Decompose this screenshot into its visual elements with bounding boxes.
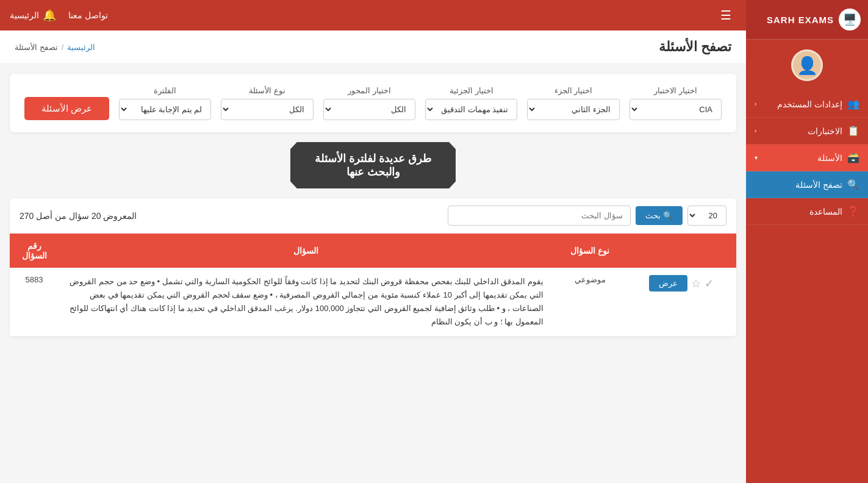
sidebar-label-questions: الأسئلة (762, 153, 842, 163)
exams-icon: 📋 (847, 125, 859, 137)
callout-line1: طرق عديدة لفلترة الأسئلة (315, 152, 431, 165)
filter-group-filter: الفلترة لم يتم الإجابة عليها (119, 86, 211, 120)
search-button[interactable]: 🔍 بحث (636, 206, 683, 225)
filter-label-part: اختيار الجزء (527, 86, 619, 95)
row-actions-cell: ✓ ☆ عرض (626, 268, 736, 337)
hamburger-icon[interactable]: ☰ (716, 5, 736, 25)
breadcrumb-bar: تصفح الأسئلة الرئيسية / تصفح الأسئلة (0, 30, 746, 64)
table-body: ✓ ☆ عرض موضوعي يقوم المدقق الداخلي للبنك… (10, 268, 736, 337)
search-row: 20 10 50 100 🔍 بحث (448, 206, 726, 226)
filter-row: اختيار الاختبار CIA اختيار الجزء الجزء ا… (24, 86, 722, 120)
filter-select-subpart[interactable]: تنفيذ مهمات التدقيق (425, 99, 517, 120)
callout-wrapper: طرق عديدة لفلترة الأسئلة والبحث عنها (10, 142, 736, 188)
check-icon[interactable]: ✓ (705, 277, 714, 290)
filter-select-qtype[interactable]: الكل (221, 99, 313, 120)
sidebar-label-help: المساعدة (755, 207, 842, 216)
filter-group-part: اختيار الجزء الجزء الثاني (527, 86, 619, 120)
help-icon: ❓ (847, 206, 859, 217)
filter-group-axis: اختيار المحور الكل (323, 86, 415, 120)
row-type-cell: موضوعي (553, 268, 626, 337)
table-header: نوع السؤال السؤال رقم السؤال (10, 234, 736, 268)
col-header-text: السؤال (59, 234, 553, 268)
filter-label-axis: اختيار المحور (323, 86, 415, 95)
breadcrumb-home[interactable]: الرئيسية (67, 43, 95, 52)
questions-icon: 🗃️ (847, 152, 859, 163)
main-content: ☰ تواصل معنا 🔔 الرئيسية تصفح الأسئلة الر… (0, 0, 746, 483)
filter-label-qtype: نوع الأسئلة (221, 86, 313, 95)
bell-icon: 🔔 (43, 9, 56, 22)
display-questions-button[interactable]: عرض الأسئلة (24, 97, 109, 120)
filter-section: اختيار الاختبار CIA اختيار الجزء الجزء ا… (10, 74, 736, 132)
topnav-home[interactable]: 🔔 الرئيسية (10, 9, 56, 22)
questions-table: نوع السؤال السؤال رقم السؤال ✓ ☆ عرض (10, 234, 736, 337)
star-icon[interactable]: ☆ (691, 277, 701, 290)
table-row: ✓ ☆ عرض موضوعي يقوم المدقق الداخلي للبنك… (10, 268, 736, 337)
search-btn-label: بحث (645, 211, 661, 220)
sidebar-item-exams[interactable]: 📋 الاختبارات ‹ (746, 118, 868, 145)
sidebar: 🖥️ SARH EXAMS 👤 👥 إعدادات المستخدم ‹ 📋 ا… (746, 0, 868, 483)
top-navbar: ☰ تواصل معنا 🔔 الرئيسية (0, 0, 746, 30)
sidebar-label-user-settings: إعدادات المستخدم (761, 99, 842, 109)
avatar: 👤 (791, 49, 823, 81)
breadcrumb-separator: / (62, 43, 64, 52)
row-num-cell: 5883 (10, 268, 59, 337)
topnav-right: تواصل معنا 🔔 الرئيسية (10, 9, 108, 22)
sidebar-label-exams: الاختبارات (761, 126, 842, 136)
col-header-actions (626, 234, 736, 268)
topnav-home-label: الرئيسية (10, 10, 39, 20)
filter-select-axis[interactable]: الكل (323, 99, 415, 120)
logo-text: SARH EXAMS (767, 15, 834, 25)
page-size-select[interactable]: 20 10 50 100 (687, 206, 726, 226)
col-header-num: رقم السؤال (10, 234, 59, 268)
filter-group-subpart: اختيار الجزئية تنفيذ مهمات التدقيق (425, 86, 517, 120)
search-btn-icon: 🔍 (663, 211, 673, 220)
topnav-contact[interactable]: تواصل معنا (68, 10, 108, 20)
question-text: يقوم المدقق الداخلي للبنك بفحص محفظة قرو… (68, 275, 543, 329)
col-header-type: نوع السؤال (553, 234, 626, 268)
filter-label-subpart: اختيار الجزئية (425, 86, 517, 95)
sidebar-nav: 👥 إعدادات المستخدم ‹ 📋 الاختبارات ‹ 🗃️ ا… (746, 91, 868, 225)
row-text-cell: يقوم المدقق الداخلي للبنك بفحص محفظة قرو… (59, 268, 553, 337)
page-content: تصفح الأسئلة الرئيسية / تصفح الأسئلة اخت… (0, 30, 746, 483)
results-header: 20 10 50 100 🔍 بحث المعروض 20 سؤال من أص… (10, 198, 736, 234)
filter-group-exam: اختيار الاختبار CIA (629, 86, 722, 120)
search-input[interactable] (448, 206, 631, 226)
sidebar-logo: 🖥️ SARH EXAMS (746, 0, 868, 40)
logo-icon: 🖥️ (839, 9, 861, 30)
sidebar-item-browse-questions[interactable]: 🔍 تصفح الأسئلة (746, 171, 868, 198)
sidebar-item-user-settings[interactable]: 👥 إعدادات المستخدم ‹ (746, 91, 868, 118)
filter-group-qtype: نوع الأسئلة الكل (221, 86, 313, 120)
callout-box: طرق عديدة لفلترة الأسئلة والبحث عنها (290, 142, 456, 188)
action-icons: ✓ ☆ عرض (636, 275, 726, 292)
topnav-left: ☰ (716, 5, 736, 25)
filter-label-exam: اختيار الاختبار (629, 86, 722, 95)
breadcrumb-current: تصفح الأسئلة (15, 43, 58, 52)
results-section: 20 10 50 100 🔍 بحث المعروض 20 سؤال من أص… (10, 198, 736, 337)
chevron-icon-3: ▾ (755, 154, 758, 161)
page-title: تصفح الأسئلة (659, 39, 731, 55)
sidebar-item-help[interactable]: ❓ المساعدة (746, 198, 868, 225)
chevron-icon: ‹ (755, 101, 756, 107)
sidebar-item-questions[interactable]: 🗃️ الأسئلة ▾ (746, 145, 868, 171)
search-icon: 🔍 (847, 179, 859, 190)
chevron-icon-2: ‹ (755, 127, 756, 134)
filter-label-filter: الفلترة (119, 86, 211, 95)
filter-select-part[interactable]: الجزء الثاني (527, 99, 619, 120)
results-count: المعروض 20 سؤال من أصل 270 (20, 211, 137, 221)
view-question-button[interactable]: عرض (649, 275, 687, 292)
filter-select-exam[interactable]: CIA (629, 99, 722, 120)
users-icon: 👥 (847, 98, 859, 110)
callout-line2: والبحث عنها (315, 165, 431, 179)
user-avatar-section: 👤 (746, 40, 868, 91)
filter-select-filter[interactable]: لم يتم الإجابة عليها (119, 99, 211, 120)
sidebar-label-browse: تصفح الأسئلة (755, 180, 842, 190)
breadcrumb: الرئيسية / تصفح الأسئلة (15, 43, 95, 52)
